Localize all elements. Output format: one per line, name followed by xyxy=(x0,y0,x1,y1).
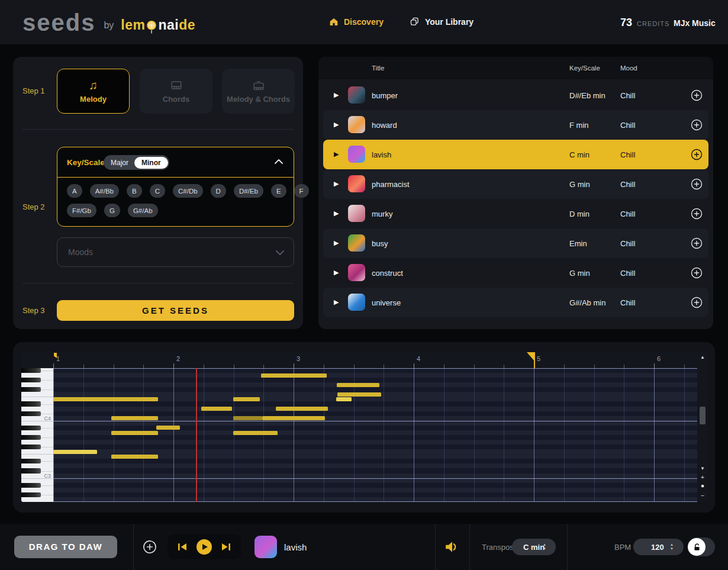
piano-key-black[interactable] xyxy=(21,401,41,406)
drag-to-daw-button[interactable]: DRAG TO DAW xyxy=(14,536,117,558)
zoom-in-icon[interactable]: + xyxy=(697,474,708,480)
key-chip-FssGb[interactable]: F#/Gb xyxy=(67,204,96,217)
key-chip-F[interactable]: F xyxy=(294,184,309,198)
add-to-library-button[interactable] xyxy=(690,296,703,309)
add-to-library-button[interactable] xyxy=(690,178,703,191)
midi-note[interactable] xyxy=(156,426,180,430)
bar-number: 6 xyxy=(657,355,661,362)
add-button[interactable] xyxy=(142,539,157,555)
add-to-library-button[interactable] xyxy=(690,266,703,279)
seed-row-busy[interactable]: ▶busyEminChill xyxy=(323,228,708,258)
midi-note[interactable] xyxy=(53,450,97,454)
piano-key-black[interactable] xyxy=(21,378,41,382)
key-chip-GssAb[interactable]: G#/Ab xyxy=(128,204,158,217)
piano-key-black[interactable] xyxy=(21,459,41,463)
account-menu[interactable]: MJx Music xyxy=(674,18,716,28)
row-play-button[interactable]: ▶ xyxy=(334,121,339,128)
mode-melody-button[interactable]: ♫ Melody xyxy=(57,69,130,114)
piano-key-black[interactable] xyxy=(21,445,41,449)
logo-seeds-text: seeds xyxy=(22,8,95,37)
piano-key-black[interactable] xyxy=(21,483,41,488)
piano-keyboard[interactable]: C4C3 xyxy=(21,368,53,502)
midi-note[interactable] xyxy=(111,431,158,435)
midi-note[interactable] xyxy=(337,392,381,397)
nav-your-library[interactable]: Your Library xyxy=(410,17,473,27)
piano-key-black[interactable] xyxy=(21,435,41,440)
mode-melody-chords-button[interactable]: Melody & Chords xyxy=(222,69,295,114)
row-play-button[interactable]: ▶ xyxy=(334,298,339,306)
piano-key-black[interactable] xyxy=(21,368,41,373)
previous-button[interactable] xyxy=(178,543,187,551)
bpm-arrows[interactable]: ▲ ▼ xyxy=(670,543,674,550)
add-to-library-button[interactable] xyxy=(690,207,703,220)
key-chip-CssDb[interactable]: C#/Db xyxy=(173,184,203,198)
midi-note[interactable] xyxy=(233,397,260,401)
pan-dot-icon[interactable]: ● xyxy=(697,483,708,489)
key-chip-DssEb[interactable]: D#/Eb xyxy=(234,184,263,198)
key-chip-B[interactable]: B xyxy=(127,184,142,198)
add-to-library-button[interactable] xyxy=(690,118,703,131)
row-play-button[interactable]: ▶ xyxy=(334,210,339,217)
seed-row-murky[interactable]: ▶murkyD minChill xyxy=(323,199,708,228)
midi-note[interactable] xyxy=(262,416,325,420)
bpm-stepper[interactable]: 120 ▲ ▼ xyxy=(633,539,684,555)
row-play-button[interactable]: ▶ xyxy=(334,239,339,247)
mode-chords-button[interactable]: Chords xyxy=(140,69,212,114)
major-option[interactable]: Major xyxy=(105,159,134,167)
transpose-select[interactable]: C min ▲ ▼ xyxy=(512,539,556,555)
key-chip-AssBb[interactable]: A#/Bb xyxy=(90,184,119,198)
timeline-ruler[interactable]: 123456 xyxy=(21,352,708,368)
piano-key-black[interactable] xyxy=(21,411,41,416)
midi-note[interactable] xyxy=(53,397,158,401)
midi-note[interactable] xyxy=(111,416,158,420)
moods-select[interactable]: Moods xyxy=(57,237,294,267)
add-to-library-button[interactable] xyxy=(690,89,703,102)
major-minor-toggle[interactable]: Major Minor xyxy=(104,155,169,170)
scroll-thumb[interactable] xyxy=(700,407,706,424)
seed-row-bumper[interactable]: ▶bumperD#/Eb minChill xyxy=(323,80,708,110)
key-chip-E[interactable]: E xyxy=(271,184,286,198)
midi-note[interactable] xyxy=(233,416,262,420)
midi-note[interactable] xyxy=(111,455,158,459)
midi-note[interactable] xyxy=(201,407,232,411)
zoom-out-icon[interactable]: − xyxy=(697,492,708,498)
midi-note[interactable] xyxy=(233,431,278,435)
scroll-up-icon[interactable]: ▲ xyxy=(697,355,708,360)
midi-note[interactable] xyxy=(261,373,327,378)
piano-key-black[interactable] xyxy=(21,492,41,497)
row-play-button[interactable]: ▶ xyxy=(334,150,339,158)
next-button[interactable] xyxy=(221,543,231,551)
scroll-down-icon[interactable]: ▼ xyxy=(697,466,708,472)
add-to-library-button[interactable] xyxy=(690,148,703,161)
volume-button[interactable] xyxy=(444,540,460,553)
minor-option[interactable]: Minor xyxy=(134,157,168,169)
key-chip-G[interactable]: G xyxy=(104,204,120,217)
row-play-button[interactable]: ▶ xyxy=(334,269,339,276)
bpm-lock-button[interactable] xyxy=(688,537,715,556)
row-play-button[interactable]: ▶ xyxy=(334,180,339,188)
row-title: lavish xyxy=(372,150,391,159)
transpose-stepper[interactable]: ▲ ▼ xyxy=(543,543,546,550)
key-chip-A[interactable]: A xyxy=(67,184,82,198)
add-to-library-button[interactable] xyxy=(690,237,703,250)
midi-note[interactable] xyxy=(336,397,352,401)
piano-key-black[interactable] xyxy=(21,468,41,473)
row-play-button[interactable]: ▶ xyxy=(334,91,339,99)
seed-row-universe[interactable]: ▶universeG#/Ab minChill xyxy=(323,288,708,317)
key-chip-C[interactable]: C xyxy=(150,184,165,198)
midi-note[interactable] xyxy=(276,407,328,411)
get-seeds-button[interactable]: GET SEEDS xyxy=(57,300,294,321)
collapse-button[interactable] xyxy=(275,159,283,164)
midi-note[interactable] xyxy=(337,383,379,387)
play-button[interactable] xyxy=(197,539,212,555)
piano-key-black[interactable] xyxy=(21,426,41,430)
note-grid[interactable] xyxy=(53,368,697,502)
seed-row-howard[interactable]: ▶howardF minChill xyxy=(323,110,708,140)
piano-key-black[interactable] xyxy=(21,387,41,392)
seed-row-construct[interactable]: ▶constructG minChill xyxy=(323,258,708,288)
nav-discovery[interactable]: Discovery xyxy=(329,17,384,27)
key-chip-D[interactable]: D xyxy=(211,184,226,198)
loop-start-marker[interactable] xyxy=(54,353,57,358)
seed-row-lavish[interactable]: ▶lavishC minChill xyxy=(323,140,708,169)
seed-row-pharmacist[interactable]: ▶pharmacistG minChill xyxy=(323,169,708,199)
